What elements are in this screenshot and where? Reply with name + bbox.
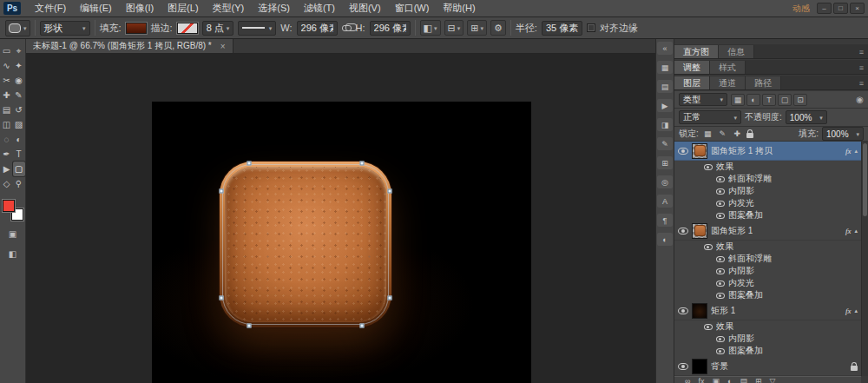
path-anchor-point[interactable]: [219, 295, 223, 300]
path-operations-button[interactable]: ◧▾: [420, 20, 441, 36]
panel-menu-icon[interactable]: ≡: [859, 63, 868, 74]
adjustments-panel-icon[interactable]: ◎: [657, 175, 673, 188]
tool-eraser-tool[interactable]: ◫: [1, 117, 13, 132]
tool-quick-selection-tool[interactable]: ✦: [13, 58, 25, 73]
menu-item[interactable]: 帮助(H): [436, 0, 482, 17]
panel-tab[interactable]: 直方图: [674, 45, 719, 58]
filter-type-layers-icon[interactable]: T: [762, 94, 776, 106]
tool-blur-tool[interactable]: ◌: [1, 132, 13, 147]
layer-row[interactable]: 圆角矩形 1fx▴: [674, 221, 861, 241]
fx-collapse-icon[interactable]: ▴: [854, 307, 858, 314]
clone-source-panel-icon[interactable]: ⊞: [657, 156, 673, 169]
lock-position-icon[interactable]: ✚: [732, 129, 743, 140]
foreground-color-swatch[interactable]: [3, 200, 15, 212]
quick-mask-button[interactable]: ▣: [6, 228, 20, 241]
layer-row[interactable]: 背景: [674, 357, 861, 376]
align-edges-checkbox[interactable]: [587, 23, 595, 32]
visibility-eye-icon[interactable]: [678, 148, 688, 155]
tool-type-tool[interactable]: T: [13, 147, 25, 162]
link-dimensions-icon[interactable]: [342, 25, 352, 31]
tool-rounded-rectangle-tool[interactable]: ▢: [13, 162, 25, 176]
effect-row[interactable]: 图案叠加: [674, 345, 861, 357]
effects-group-row[interactable]: 效果: [674, 161, 861, 173]
minimize-button[interactable]: –: [817, 3, 832, 14]
tool-dodge-tool[interactable]: ◐: [13, 132, 25, 147]
layer-style-icon[interactable]: fx: [698, 378, 704, 383]
filter-smart-objects-icon[interactable]: ⊡: [793, 94, 807, 106]
layer-mask-icon[interactable]: ▣: [712, 378, 720, 383]
panel-tab[interactable]: 样式: [710, 61, 746, 74]
fx-collapse-icon[interactable]: ▴: [854, 148, 858, 155]
menu-item[interactable]: 滤镜(T): [297, 0, 342, 17]
path-anchor-point[interactable]: [388, 295, 392, 300]
tool-rectangular-marquee-tool[interactable]: ▭: [1, 43, 13, 58]
tool-gradient-tool[interactable]: ▨: [13, 117, 25, 132]
lock-transparency-icon[interactable]: ▦: [702, 129, 713, 140]
panel-tab[interactable]: 路径: [746, 76, 781, 89]
effect-row[interactable]: 斜面和浮雕: [674, 253, 861, 265]
adjustment-layer-icon[interactable]: ◐: [727, 378, 732, 383]
visibility-eye-icon[interactable]: [704, 324, 713, 330]
fill-color-swatch[interactable]: [126, 23, 147, 34]
tool-hand-tool[interactable]: ◇: [1, 176, 13, 191]
screen-mode-button[interactable]: ◧: [6, 248, 20, 261]
brush-panel-icon[interactable]: ✎: [657, 137, 673, 150]
layer-group-icon[interactable]: ▤: [740, 378, 747, 383]
width-field[interactable]: 296 像素: [297, 21, 338, 36]
swatches-panel-icon[interactable]: ▤: [657, 80, 673, 93]
tool-path-selection-tool[interactable]: ▶: [1, 162, 13, 176]
stroke-color-swatch[interactable]: [177, 23, 198, 34]
new-layer-icon[interactable]: ⊞: [755, 378, 762, 383]
effect-row[interactable]: 图案叠加: [674, 209, 861, 221]
blend-mode-select[interactable]: 正常 ▾: [679, 110, 741, 124]
menu-item[interactable]: 图层(L): [161, 0, 205, 17]
menu-item[interactable]: 编辑(E): [73, 0, 119, 17]
character-panel-icon[interactable]: A: [657, 195, 673, 208]
collapse-dock-icon[interactable]: «: [657, 42, 673, 55]
visibility-eye-icon[interactable]: [716, 213, 725, 219]
menu-item[interactable]: 选择(S): [251, 0, 297, 17]
menu-item[interactable]: 图像(I): [119, 0, 161, 17]
layer-filter-toggle[interactable]: ◉: [856, 95, 864, 104]
layers-scrollbar[interactable]: [861, 142, 868, 376]
path-alignment-button[interactable]: ⊟▾: [444, 20, 464, 36]
tool-crop-tool[interactable]: ✂: [1, 73, 13, 88]
panel-tab[interactable]: 信息: [719, 45, 754, 58]
visibility-eye-icon[interactable]: [678, 228, 688, 234]
effect-row[interactable]: 内发光: [674, 197, 861, 209]
tool-spot-healing-tool[interactable]: ✚: [1, 88, 13, 102]
path-arrange-button[interactable]: ⊞▾: [467, 20, 487, 36]
fill-opacity-field[interactable]: 100% ▾: [822, 127, 864, 141]
geometry-options-gear-button[interactable]: ⚙: [490, 20, 506, 36]
path-anchor-point[interactable]: [388, 189, 392, 194]
restore-button[interactable]: □: [833, 3, 848, 14]
visibility-eye-icon[interactable]: [678, 307, 688, 314]
document-tab[interactable]: 未标题-1 @ 66.7% (圆角矩形 1 拷贝, RGB/8) * ×: [26, 39, 233, 53]
visibility-eye-icon[interactable]: [716, 268, 725, 274]
fx-collapse-icon[interactable]: ▴: [854, 228, 858, 234]
workspace-label[interactable]: 动感: [786, 3, 817, 15]
link-layers-icon[interactable]: ∞: [685, 378, 690, 383]
filter-shape-layers-icon[interactable]: ▢: [778, 94, 792, 106]
menu-item[interactable]: 文件(F): [28, 0, 73, 17]
tool-pen-tool[interactable]: ✒: [1, 147, 13, 162]
canvas[interactable]: [152, 102, 531, 383]
delete-layer-icon[interactable]: ▽: [769, 378, 775, 383]
effect-row[interactable]: 内阴影: [674, 185, 861, 197]
tool-clone-stamp-tool[interactable]: ▤: [1, 102, 13, 117]
visibility-eye-icon[interactable]: [716, 176, 725, 182]
visibility-eye-icon[interactable]: [704, 164, 713, 170]
opacity-field[interactable]: 100% ▾: [786, 110, 827, 124]
tool-eyedropper-tool[interactable]: ◉: [13, 73, 25, 88]
visibility-eye-icon[interactable]: [704, 244, 713, 250]
effect-row[interactable]: 图案叠加: [674, 289, 861, 301]
lock-image-icon[interactable]: ✎: [717, 129, 728, 140]
path-anchor-point[interactable]: [247, 161, 251, 165]
effect-row[interactable]: 内阴影: [674, 333, 861, 345]
rounded-square-shape[interactable]: [220, 162, 391, 327]
layer-comps-panel-icon[interactable]: ◐: [657, 233, 673, 246]
visibility-eye-icon[interactable]: [716, 348, 725, 354]
tool-brush-tool[interactable]: ✎: [13, 88, 25, 102]
effect-row[interactable]: 内阴影: [674, 265, 861, 277]
menu-item[interactable]: 类型(Y): [206, 0, 252, 17]
